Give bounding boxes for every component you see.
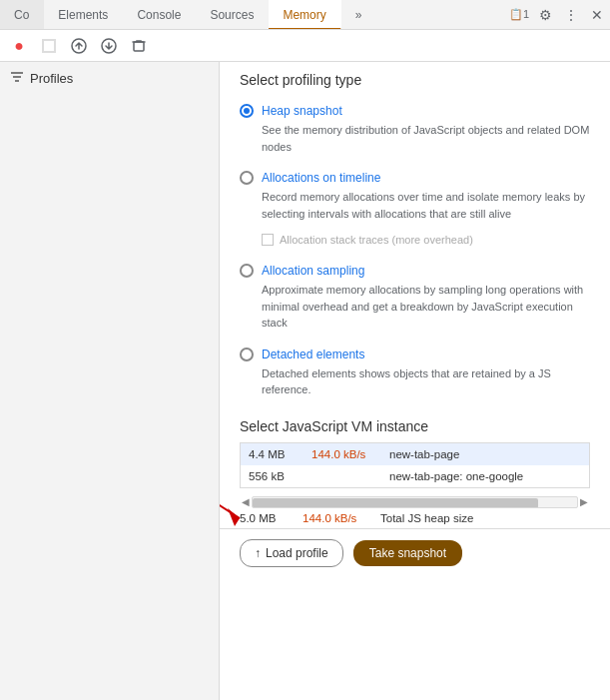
vm-section-title: Select JavaScript VM instance bbox=[240, 418, 590, 434]
vm-name-0: new-tab-page bbox=[389, 448, 459, 460]
notification-icon[interactable]: 📋1 bbox=[506, 2, 532, 28]
total-row: 5.0 MB 144.0 kB/s Total JS heap size bbox=[220, 508, 610, 528]
clear-profiles-icon[interactable] bbox=[126, 33, 152, 59]
vm-row-0[interactable]: 4.4 MB 144.0 kB/s new-tab-page bbox=[241, 443, 589, 465]
allocations-timeline-label: Allocations on timeline bbox=[262, 171, 380, 185]
load-icon: ↑ bbox=[255, 546, 261, 560]
tab-elements[interactable]: Elements bbox=[44, 0, 123, 30]
tab-console[interactable]: Console bbox=[123, 0, 196, 30]
detached-elements-desc: Detached elements shows objects that are… bbox=[240, 365, 590, 398]
action-bar: ↑ Load profile Take snapshot bbox=[220, 528, 610, 577]
stop-icon bbox=[42, 39, 56, 53]
load-profile-label: Load profile bbox=[266, 546, 328, 560]
allocations-timeline-option[interactable]: Allocations on timeline Record memory al… bbox=[220, 163, 610, 230]
total-mem: 5.0 MB bbox=[240, 512, 295, 524]
scroll-left-icon[interactable]: ◀ bbox=[240, 496, 252, 507]
alloc-stack-traces-label: Allocation stack traces (more overhead) bbox=[280, 234, 473, 246]
detached-elements-radio[interactable] bbox=[240, 348, 254, 361]
tab-bar: Co Elements Console Sources Memory » 📋1 … bbox=[0, 0, 610, 30]
sidebar-filter-icon bbox=[10, 70, 24, 87]
allocations-timeline-desc: Record memory allocations over time and … bbox=[240, 189, 590, 222]
tab-more[interactable]: » bbox=[341, 0, 377, 30]
close-icon[interactable]: ✕ bbox=[584, 2, 610, 28]
detached-elements-label: Detached elements bbox=[262, 348, 364, 361]
settings-icon[interactable]: ⚙ bbox=[532, 2, 558, 28]
detached-elements-option[interactable]: Detached elements Detached elements show… bbox=[220, 340, 610, 406]
vm-rate-0: 144.0 kB/s bbox=[311, 448, 381, 460]
vm-instance-section: Select JavaScript VM instance 4.4 MB 144… bbox=[220, 406, 610, 494]
download-profile-icon[interactable] bbox=[96, 33, 122, 59]
main-layout: Profiles Select profiling type Heap snap… bbox=[0, 62, 610, 700]
vm-table: 4.4 MB 144.0 kB/s new-tab-page 556 kB ne… bbox=[240, 442, 590, 488]
vm-name-1: new-tab-page: one-google bbox=[389, 470, 523, 482]
heap-snapshot-label: Heap snapshot bbox=[262, 104, 342, 118]
sidebar-profiles-label: Profiles bbox=[30, 71, 73, 86]
sidebar: Profiles bbox=[0, 62, 220, 700]
allocation-sampling-desc: Approximate memory allocations by sampli… bbox=[240, 282, 590, 332]
alloc-stack-traces-checkbox bbox=[262, 234, 274, 246]
tab-co[interactable]: Co bbox=[0, 0, 44, 30]
heap-snapshot-radio[interactable] bbox=[240, 104, 254, 118]
tab-memory[interactable]: Memory bbox=[269, 0, 340, 30]
allocations-timeline-radio[interactable] bbox=[240, 171, 254, 185]
vm-mem-0: 4.4 MB bbox=[249, 448, 304, 460]
tab-sources[interactable]: Sources bbox=[196, 0, 269, 30]
svg-rect-2 bbox=[134, 42, 144, 51]
icon-toolbar: ● bbox=[0, 30, 610, 62]
scroll-right-icon[interactable]: ▶ bbox=[578, 496, 590, 507]
heap-snapshot-desc: See the memory distribution of JavaScrip… bbox=[240, 122, 590, 155]
scrollbar-container: ◀ ▶ bbox=[220, 494, 610, 508]
sidebar-header: Profiles bbox=[0, 62, 219, 95]
scrollbar-track[interactable] bbox=[252, 496, 578, 508]
vm-mem-1: 556 kB bbox=[249, 470, 304, 482]
profiling-section-title: Select profiling type bbox=[220, 62, 610, 96]
allocation-sampling-radio[interactable] bbox=[240, 264, 254, 278]
load-profile-button[interactable]: ↑ Load profile bbox=[240, 539, 343, 567]
allocation-sampling-option[interactable]: Allocation sampling Approximate memory a… bbox=[220, 256, 610, 340]
alloc-stack-traces-row: Allocation stack traces (more overhead) bbox=[220, 230, 610, 256]
content-area: Select profiling type Heap snapshot See … bbox=[220, 62, 610, 700]
total-label: Total JS heap size bbox=[380, 512, 473, 524]
take-snapshot-button[interactable]: Take snapshot bbox=[353, 540, 462, 566]
allocation-sampling-label: Allocation sampling bbox=[262, 264, 364, 278]
heap-snapshot-option[interactable]: Heap snapshot See the memory distributio… bbox=[220, 96, 610, 163]
more-icon[interactable]: ⋮ bbox=[558, 2, 584, 28]
scrollbar-thumb bbox=[253, 498, 538, 508]
vm-row-1[interactable]: 556 kB new-tab-page: one-google bbox=[241, 465, 589, 487]
upload-profile-icon[interactable] bbox=[66, 33, 92, 59]
total-rate: 144.0 kB/s bbox=[303, 512, 372, 524]
record-icon[interactable]: ● bbox=[6, 33, 32, 59]
